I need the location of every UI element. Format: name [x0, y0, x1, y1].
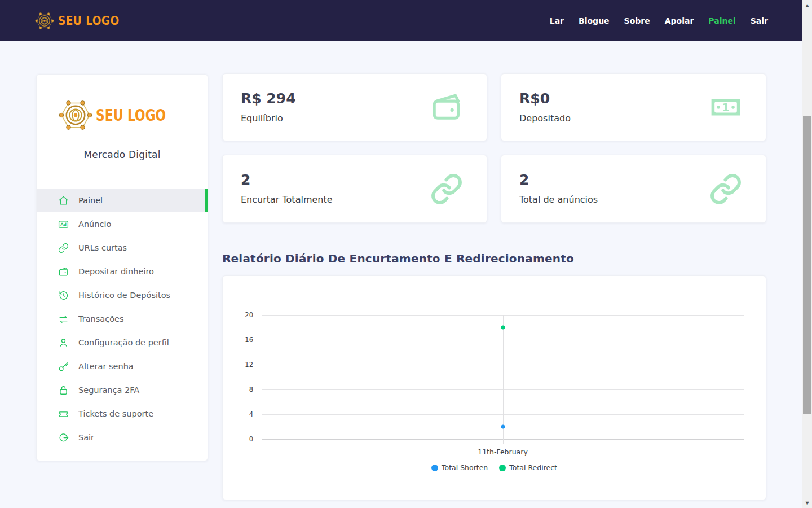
nav-link-apoiar[interactable]: Apoiar	[665, 16, 694, 25]
lock-icon	[58, 385, 69, 396]
link-icon	[430, 173, 463, 205]
top-navbar: SEU LOGO Lar Blogue Sobre Apoiar Painel …	[0, 0, 812, 41]
transfer-icon	[58, 314, 69, 325]
sidebar-item-tickets-de-suporte[interactable]: Tickets de suporte	[37, 402, 208, 426]
stat-value: 2	[241, 172, 250, 188]
sidebar-item-painel[interactable]: Painel	[37, 189, 208, 212]
legend-item-total-redirect: Total Redirect	[499, 463, 557, 472]
page-scrollbar[interactable]: ▲ ▼	[802, 0, 812, 508]
navbar-links: Lar Blogue Sobre Apoiar Painel Sair	[550, 0, 768, 41]
stat-card-total-ads: 2 Total de anúncios	[501, 155, 766, 223]
stat-value: R$0	[519, 90, 550, 107]
nav-link-sobre[interactable]: Sobre	[624, 16, 650, 25]
sidebar-item-seguranca-2fa[interactable]: Segurança 2FA	[37, 378, 208, 402]
stat-label: Depositado	[519, 113, 571, 124]
sidebar-item-historico-de-depositos[interactable]: Histórico de Depósitos	[37, 283, 208, 307]
scrollbar-up-arrow[interactable]: ▲	[802, 1, 812, 9]
nav-link-lar[interactable]: Lar	[550, 16, 564, 25]
sidebar: SEU LOGO Mercado Digital Painel Anúncio …	[36, 74, 208, 461]
y-axis-tick: 8	[249, 386, 253, 393]
sidebar-item-alterar-senha[interactable]: Alterar senha	[37, 354, 208, 378]
brand-emblem-icon	[35, 11, 54, 30]
logout-icon	[58, 432, 69, 443]
chart-plot: 04812162011th-February	[262, 315, 744, 439]
link-icon	[58, 243, 69, 253]
sidebar-item-label: Depositar dinheiro	[78, 267, 154, 276]
banknote-icon	[709, 91, 742, 124]
sidebar-item-label: Sair	[78, 433, 94, 442]
wallet-icon	[58, 266, 69, 277]
stat-card-deposited: R$0 Depositado	[501, 73, 766, 141]
sidebar-item-label: Segurança 2FA	[78, 386, 139, 395]
sidebar-item-label: Histórico de Depósitos	[78, 291, 170, 300]
stat-card-total-shorten: 2 Encurtar Totalmente	[222, 155, 487, 223]
brand-logo[interactable]: SEU LOGO	[35, 11, 127, 30]
sidebar-item-label: Transações	[78, 314, 124, 323]
nav-link-sair[interactable]: Sair	[751, 16, 768, 25]
sidebar-item-label: Alterar senha	[78, 362, 134, 371]
ad-icon	[58, 219, 69, 230]
sidebar-menu: Painel Anúncio URLs curtas Depositar din…	[37, 189, 208, 449]
legend-dot-icon	[431, 465, 438, 471]
sidebar-emblem-icon	[59, 98, 92, 132]
home-icon	[58, 195, 69, 206]
sidebar-item-label: Anúncio	[78, 220, 111, 229]
stat-label: Encurtar Totalmente	[241, 194, 333, 205]
sidebar-item-label: Tickets de suporte	[78, 409, 153, 418]
chart-legend: Total ShortenTotal Redirect	[223, 463, 766, 472]
chart-card: 04812162011th-February Total ShortenTota…	[222, 275, 766, 500]
y-axis-tick: 0	[249, 435, 253, 443]
sidebar-item-anuncio[interactable]: Anúncio	[37, 212, 208, 236]
stat-label: Total de anúncios	[519, 194, 598, 205]
sidebar-item-label: Painel	[78, 196, 103, 205]
user-icon	[58, 338, 69, 348]
chart-point-total-shorten	[501, 425, 505, 429]
stat-value: R$ 294	[241, 90, 296, 107]
scrollbar-down-arrow[interactable]: ▼	[802, 499, 812, 507]
chart-section-title: Relatório Diário De Encurtamento E Redir…	[222, 252, 574, 265]
legend-dot-icon	[499, 465, 506, 471]
stat-value: 2	[519, 172, 529, 188]
legend-label: Total Redirect	[509, 463, 557, 472]
sidebar-item-urls-curtas[interactable]: URLs curtas	[37, 236, 208, 260]
stat-card-balance: R$ 294 Equilíbrio	[222, 73, 487, 141]
sidebar-item-label: Configuração de perfil	[78, 338, 169, 347]
wallet-icon	[430, 91, 463, 124]
stat-label: Equilíbrio	[241, 113, 283, 124]
link-icon	[709, 173, 742, 205]
sidebar-title: Mercado Digital	[37, 149, 208, 160]
sidebar-item-depositar-dinheiro[interactable]: Depositar dinheiro	[37, 260, 208, 283]
sidebar-item-transacoes[interactable]: Transações	[37, 307, 208, 331]
sidebar-logo: SEU LOGO	[37, 98, 208, 132]
key-icon	[58, 361, 69, 372]
y-axis-tick: 4	[249, 410, 253, 418]
sidebar-item-configuracao-de-perfil[interactable]: Configuração de perfil	[37, 331, 208, 354]
chart-point-total-redirect	[501, 326, 505, 330]
legend-label: Total Shorten	[442, 463, 488, 472]
nav-link-painel[interactable]: Painel	[708, 16, 735, 25]
legend-item-total-shorten: Total Shorten	[431, 463, 488, 472]
history-icon	[58, 290, 69, 301]
sidebar-item-label: URLs curtas	[78, 243, 127, 252]
y-axis-tick: 12	[245, 361, 253, 369]
sidebar-brand-text: SEU LOGO	[96, 106, 166, 125]
x-axis-label: 11th-February	[478, 448, 528, 456]
y-axis-tick: 16	[245, 336, 253, 344]
ticket-icon	[58, 409, 69, 419]
y-axis-tick: 20	[245, 311, 253, 319]
brand-text: SEU LOGO	[58, 14, 120, 28]
sidebar-item-sair[interactable]: Sair	[37, 426, 208, 449]
nav-link-blogue[interactable]: Blogue	[579, 16, 610, 25]
scrollbar-thumb[interactable]	[803, 116, 811, 414]
